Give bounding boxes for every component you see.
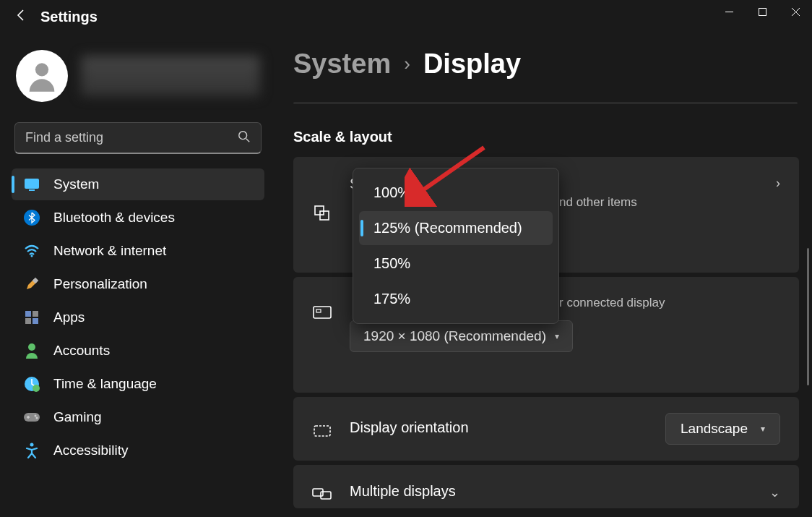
svg-rect-6 — [29, 189, 35, 191]
maximize-button[interactable] — [746, 0, 779, 23]
svg-rect-13 — [33, 318, 38, 324]
svg-rect-1 — [759, 8, 766, 15]
window-controls — [712, 0, 812, 23]
chevron-down-icon: ▾ — [555, 331, 559, 341]
scrollbar[interactable] — [807, 248, 809, 385]
scale-option-100[interactable]: 100% — [359, 176, 553, 210]
multi-displays-icon — [312, 484, 332, 504]
sidebar-item-apps[interactable]: Apps — [12, 302, 264, 333]
chevron-right-icon[interactable]: › — [776, 176, 780, 191]
app-title: Settings — [40, 9, 98, 25]
svg-point-20 — [36, 417, 38, 419]
bluetooth-icon — [23, 209, 40, 226]
person-icon — [23, 342, 40, 359]
scale-option-150[interactable]: 150% — [359, 247, 553, 281]
sidebar-item-label: Apps — [53, 309, 85, 325]
breadcrumb-current: Display — [423, 48, 521, 80]
multiple-displays-card[interactable]: Multiple displays ⌄ — [293, 465, 799, 508]
orientation-value: Landscape — [681, 421, 748, 437]
profile-name-blurred — [81, 56, 260, 96]
clock-globe-icon — [23, 375, 40, 393]
svg-rect-22 — [315, 206, 324, 215]
sidebar-item-label: Time & language — [53, 376, 157, 392]
sidebar-item-accessibility[interactable]: Accessibility — [12, 435, 264, 466]
search-input[interactable] — [25, 130, 238, 145]
svg-point-21 — [30, 443, 34, 447]
sidebar-item-label: Accounts — [53, 343, 110, 359]
breadcrumb-parent[interactable]: System — [293, 48, 391, 80]
sidebar-item-label: Network & internet — [53, 243, 166, 259]
search-box[interactable] — [14, 122, 262, 154]
chevron-right-icon: › — [404, 53, 410, 75]
avatar — [16, 50, 68, 102]
breadcrumb: System › Display — [293, 48, 799, 80]
profile-block[interactable] — [12, 46, 264, 115]
accessibility-icon — [23, 442, 40, 459]
nav-list: System Bluetooth & devices Network & int… — [12, 168, 264, 466]
sidebar-item-accounts[interactable]: Accounts — [12, 335, 264, 367]
sidebar-item-label: System — [53, 176, 99, 192]
multi-title: Multiple displays — [350, 483, 752, 500]
wifi-icon — [23, 242, 40, 260]
orientation-select[interactable]: Landscape ▾ — [665, 413, 780, 445]
svg-rect-10 — [25, 311, 31, 317]
sidebar-item-label: Gaming — [53, 409, 102, 425]
scale-icon — [312, 203, 332, 223]
chevron-down-icon[interactable]: ⌄ — [769, 484, 780, 500]
svg-point-3 — [239, 131, 247, 139]
gamepad-icon — [23, 409, 40, 426]
svg-rect-11 — [33, 311, 38, 317]
back-button[interactable] — [14, 9, 27, 25]
sidebar-item-bluetooth[interactable]: Bluetooth & devices — [12, 202, 264, 234]
svg-point-14 — [28, 343, 35, 351]
svg-rect-25 — [316, 309, 321, 312]
svg-point-2 — [35, 63, 48, 76]
svg-point-19 — [35, 415, 37, 417]
svg-rect-23 — [320, 211, 329, 220]
svg-line-4 — [246, 138, 250, 142]
scale-dropdown: 100% 125% (Recommended) 150% 175% — [353, 168, 559, 324]
divider — [293, 102, 798, 104]
resolution-select[interactable]: 1920 × 1080 (Recommended) ▾ — [350, 320, 573, 352]
sidebar-item-system[interactable]: System — [12, 168, 264, 200]
orientation-icon — [312, 420, 332, 440]
search-icon — [238, 130, 251, 146]
resolution-icon — [312, 303, 332, 323]
svg-point-8 — [31, 255, 33, 257]
sidebar-item-gaming[interactable]: Gaming — [12, 401, 264, 433]
svg-rect-0 — [725, 12, 733, 12]
close-button[interactable] — [779, 0, 812, 23]
svg-point-17 — [33, 385, 40, 392]
orientation-card[interactable]: Display orientation Landscape ▾ — [293, 397, 799, 461]
minimize-button[interactable] — [712, 0, 746, 23]
svg-rect-5 — [25, 179, 39, 189]
display-icon — [23, 176, 40, 193]
sidebar-item-personalization[interactable]: Personalization — [12, 268, 264, 300]
svg-rect-26 — [314, 426, 330, 436]
sidebar-item-label: Personalization — [53, 276, 147, 292]
sidebar-item-label: Bluetooth & devices — [53, 210, 175, 226]
resolution-value: 1920 × 1080 (Recommended) — [363, 328, 546, 344]
titlebar: Settings — [0, 0, 812, 31]
sidebar-item-network[interactable]: Network & internet — [12, 235, 264, 267]
sidebar: System Bluetooth & devices Network & int… — [0, 31, 273, 516]
sidebar-item-label: Accessibility — [53, 443, 128, 458]
sidebar-item-time-language[interactable]: Time & language — [12, 368, 264, 400]
apps-icon — [23, 309, 40, 326]
orientation-title: Display orientation — [350, 419, 648, 436]
section-header: Scale & layout — [293, 129, 799, 145]
scale-option-175[interactable]: 175% — [359, 282, 553, 316]
chevron-down-icon: ▾ — [761, 424, 765, 434]
scale-option-125[interactable]: 125% (Recommended) — [359, 211, 553, 245]
paintbrush-icon — [23, 275, 40, 293]
svg-rect-12 — [25, 318, 31, 324]
